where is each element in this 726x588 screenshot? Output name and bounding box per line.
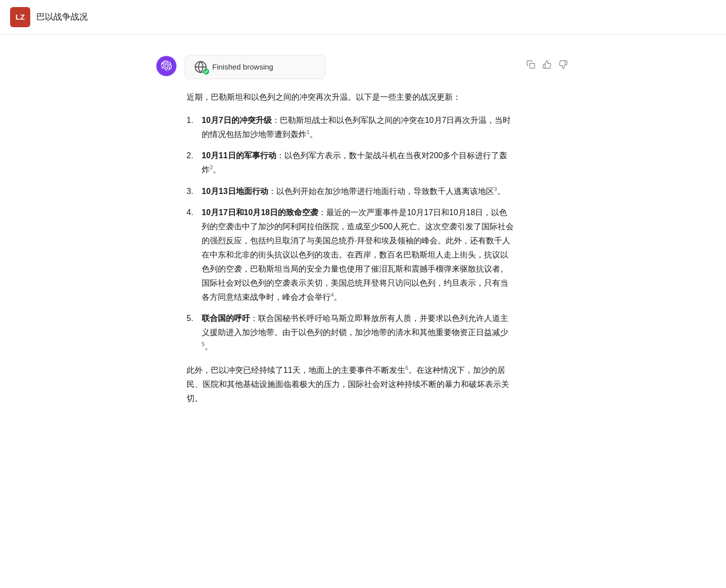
list-item: 3. 10月13日地面行动：以色列开始在加沙地带进行地面行动，导致数千人逃离该地… xyxy=(185,184,516,199)
thumbs-up-icon xyxy=(542,60,552,69)
copy-icon xyxy=(526,60,535,69)
list-item: 5. 联合国的呼吁：联合国秘书长呼吁哈马斯立即释放所有人质，并要求以色列允许人道… xyxy=(185,311,516,354)
user-avatar: LZ xyxy=(10,7,30,27)
header: LZ 巴以战争战况 xyxy=(0,0,726,35)
conversation-title: 巴以战争战况 xyxy=(36,10,88,25)
browsing-status: Finished browsing xyxy=(185,55,326,79)
assistant-avatar xyxy=(156,56,176,76)
thumbs-down-button[interactable] xyxy=(557,58,570,71)
event-list: 1. 10月7日的冲突升级：巴勒斯坦战士和以色列军队之间的冲突在10月7日再次升… xyxy=(185,113,516,354)
message-body: Finished browsing 近期，巴勒斯坦和以色列之间的冲突再次升温。以… xyxy=(185,55,516,406)
svg-rect-1 xyxy=(530,63,535,69)
conclusion-paragraph: 此外，巴以冲突已经持续了11天，地面上的主要事件不断发生6。在这种情况下，加沙的… xyxy=(185,363,516,406)
browsing-label: Finished browsing xyxy=(212,60,273,74)
action-buttons xyxy=(524,55,570,71)
openai-icon xyxy=(161,60,172,72)
check-badge xyxy=(203,69,209,75)
list-item: 4. 10月17日和10月18日的致命空袭：最近的一次严重事件是10月17日和1… xyxy=(185,206,516,304)
copy-button[interactable] xyxy=(524,58,537,71)
main-content: Finished browsing 近期，巴勒斯坦和以色列之间的冲突再次升温。以… xyxy=(146,35,580,441)
thumbs-down-icon xyxy=(559,60,568,69)
browsing-icon-container xyxy=(194,60,207,74)
list-item: 1. 10月7日的冲突升级：巴勒斯坦战士和以色列军队之间的冲突在10月7日再次升… xyxy=(185,113,516,142)
list-item: 2. 10月11日的军事行动：以色列军方表示，数十架战斗机在当夜对200多个目标… xyxy=(185,149,516,177)
checkmark-icon xyxy=(204,70,208,74)
thumbs-up-button[interactable] xyxy=(540,58,554,71)
intro-paragraph: 近期，巴勒斯坦和以色列之间的冲突再次升温。以下是一些主要的战况更新： xyxy=(185,90,516,104)
assistant-message: Finished browsing 近期，巴勒斯坦和以色列之间的冲突再次升温。以… xyxy=(156,50,570,411)
